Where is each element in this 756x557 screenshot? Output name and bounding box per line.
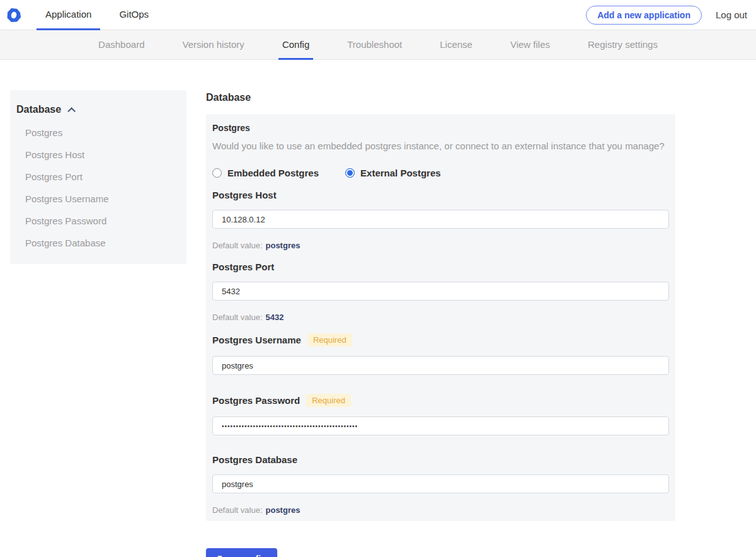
tab-troubleshoot[interactable]: Troubleshoot [343, 30, 406, 60]
radio-embedded-postgres[interactable]: Embedded Postgres [212, 168, 319, 178]
header-tabs: ApplicationGitOps [37, 0, 158, 30]
page-title: Database [206, 92, 675, 103]
sidebar-item-postgres-password[interactable]: Postgres Password [16, 210, 180, 232]
field-default: Default value:postgres [212, 241, 669, 250]
field-label: Postgres Host [212, 190, 277, 200]
sidebar-item-postgres-port[interactable]: Postgres Port [16, 166, 180, 188]
postgres-password-input[interactable]: ••••••••••••••••••••••••••••••••••••••••… [212, 416, 669, 435]
header-tab-gitops[interactable]: GitOps [110, 0, 158, 30]
tab-config[interactable]: Config [278, 30, 313, 60]
tab-version-history[interactable]: Version history [178, 30, 248, 60]
postgres-username-input[interactable]: postgres [212, 356, 669, 375]
tab-license[interactable]: License [436, 30, 476, 60]
field-label: Postgres Password [212, 395, 300, 406]
sidebar-item-postgres-host[interactable]: Postgres Host [16, 144, 180, 166]
config-group-panel: Postgres Would you like to use an embedd… [206, 114, 675, 521]
field-label: Postgres Port [212, 261, 274, 272]
required-badge: Required [306, 394, 351, 407]
save-config-button[interactable]: Save config [206, 548, 277, 557]
field-label: Postgres Username [212, 335, 301, 345]
config-sidebar: Database PostgresPostgres HostPostgres P… [10, 90, 186, 264]
config-field-postgres-username: Postgres Username Required postgres [212, 333, 669, 382]
tab-dashboard[interactable]: Dashboard [94, 30, 148, 60]
field-default: Default value:5432 [212, 313, 669, 322]
field-default: Default value:postgres [212, 505, 669, 515]
sidebar-group-label: Database [16, 104, 61, 115]
sidebar-item-postgres-database[interactable]: Postgres Database [16, 232, 180, 254]
sidebar-group-database[interactable]: Database [16, 104, 180, 115]
config-group-description: Would you like to use an embedded postgr… [212, 141, 669, 151]
chevron-up-icon [67, 107, 76, 115]
radio-icon[interactable] [345, 168, 355, 178]
config-group-title: Postgres [212, 123, 669, 133]
header-tab-application[interactable]: Application [37, 0, 100, 30]
config-field-postgres-database: Postgres Database postgres Default value… [212, 454, 669, 515]
postgres-host-input[interactable]: 10.128.0.12 [212, 210, 669, 229]
tab-view-files[interactable]: View files [507, 30, 554, 60]
sidebar-item-postgres[interactable]: Postgres [16, 122, 180, 144]
sidebar-item-postgres-username[interactable]: Postgres Username [16, 188, 180, 210]
field-value: postgres [222, 361, 253, 370]
field-value: postgres [222, 479, 253, 489]
add-application-button[interactable]: Add a new application [586, 6, 702, 25]
config-field-postgres-port: Postgres Port 5432 Default value:5432 [212, 261, 669, 322]
logout-link[interactable]: Log out [716, 9, 747, 20]
tab-registry-settings[interactable]: Registry settings [584, 30, 662, 60]
header-right: Add a new application Log out [586, 0, 756, 30]
postgres-port-input[interactable]: 5432 [212, 282, 669, 301]
radio-icon[interactable] [212, 168, 222, 178]
field-label: Postgres Database [212, 454, 297, 465]
field-value: ••••••••••••••••••••••••••••••••••••••••… [222, 423, 358, 430]
sidebar-item-list: PostgresPostgres HostPostgres PortPostgr… [16, 122, 180, 254]
config-fields: Postgres Host 10.128.0.12 Default value:… [212, 190, 669, 515]
app-subnav: DashboardVersion historyConfigTroublesho… [0, 30, 756, 60]
postgres-database-input[interactable]: postgres [212, 474, 669, 493]
config-field-postgres-host: Postgres Host 10.128.0.12 Default value:… [212, 190, 669, 250]
config-field-postgres-password: Postgres Password Required •••••••••••••… [212, 394, 669, 443]
app-logo-icon [6, 8, 21, 23]
app-header: ApplicationGitOps Add a new application … [0, 0, 756, 30]
required-badge: Required [307, 333, 352, 347]
field-value: 5432 [222, 287, 240, 296]
config-main: Database Postgres Would you like to use … [206, 92, 675, 557]
radio-external-postgres[interactable]: External Postgres [345, 168, 441, 178]
field-value: 10.128.0.12 [222, 215, 265, 224]
postgres-radio-group: Embedded Postgres External Postgres [212, 168, 669, 178]
